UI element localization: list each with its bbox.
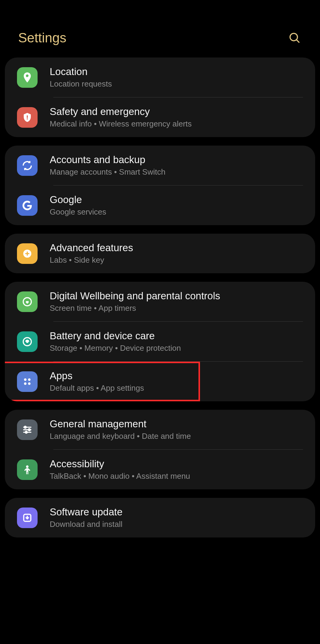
wellbeing-icon	[17, 291, 38, 312]
settings-group: LocationLocation requestsSafety and emer…	[5, 58, 315, 137]
settings-item-accessibility[interactable]: AccessibilityTalkBack • Mono audio • Ass…	[5, 450, 315, 489]
svg-point-17	[24, 426, 26, 428]
svg-rect-3	[27, 118, 28, 119]
update-icon	[17, 508, 38, 528]
plusgear-icon	[17, 243, 38, 264]
svg-point-19	[25, 431, 27, 433]
settings-item-accounts[interactable]: Accounts and backupManage accounts • Sma…	[5, 146, 315, 185]
settings-item-subtitle: Screen time • App timers	[50, 304, 303, 313]
settings-item-text: AppsDefault apps • App settings	[50, 370, 303, 393]
svg-point-18	[28, 429, 30, 431]
settings-group: General managementLanguage and keyboard …	[5, 410, 315, 489]
settings-item-general[interactable]: General managementLanguage and keyboard …	[5, 410, 315, 449]
settings-list: LocationLocation requestsSafety and emer…	[0, 58, 320, 537]
settings-item-text: LocationLocation requests	[50, 66, 303, 89]
settings-group: Digital Wellbeing and parental controlsS…	[5, 282, 315, 401]
svg-rect-2	[27, 115, 28, 118]
settings-group: Software updateDownload and install	[5, 498, 315, 537]
battery-icon	[17, 331, 38, 352]
settings-item-title: Accessibility	[50, 458, 303, 470]
settings-item-title: Battery and device care	[50, 330, 303, 342]
settings-item-apps[interactable]: AppsDefault apps • App settings	[5, 362, 315, 401]
settings-item-wellbeing[interactable]: Digital Wellbeing and parental controlsS…	[5, 282, 315, 321]
settings-item-text: General managementLanguage and keyboard …	[50, 418, 303, 441]
settings-item-subtitle: Medical info • Wireless emergency alerts	[50, 119, 303, 129]
settings-item-title: Google	[50, 194, 303, 205]
settings-item-software[interactable]: Software updateDownload and install	[5, 498, 315, 537]
svg-point-9	[27, 341, 28, 342]
settings-item-title: Advanced features	[50, 242, 303, 254]
settings-item-subtitle: Location requests	[50, 79, 303, 89]
svg-line-1	[297, 40, 299, 43]
svg-rect-6	[25, 253, 29, 254]
settings-item-subtitle: Storage • Memory • Device protection	[50, 343, 303, 353]
sliders-icon	[17, 419, 38, 440]
settings-item-subtitle: TalkBack • Mono audio • Assistant menu	[50, 472, 303, 481]
google-icon	[17, 195, 38, 216]
person-icon	[17, 459, 38, 480]
page-title: Settings	[18, 30, 66, 45]
settings-item-title: General management	[50, 418, 303, 430]
svg-point-12	[24, 382, 26, 385]
settings-item-title: Location	[50, 66, 303, 77]
settings-item-subtitle: Default apps • App settings	[50, 383, 303, 393]
apps-icon	[17, 371, 38, 392]
settings-item-location[interactable]: LocationLocation requests	[5, 58, 315, 97]
search-button[interactable]	[287, 31, 302, 45]
search-icon	[288, 31, 301, 44]
settings-item-title: Digital Wellbeing and parental controls	[50, 290, 303, 302]
settings-item-subtitle: Google services	[50, 207, 303, 217]
settings-item-text: AccessibilityTalkBack • Mono audio • Ass…	[50, 458, 303, 481]
svg-point-0	[290, 33, 298, 41]
settings-item-google[interactable]: GoogleGoogle services	[5, 186, 315, 225]
settings-item-text: Battery and device careStorage • Memory …	[50, 330, 303, 353]
settings-item-text: GoogleGoogle services	[50, 194, 303, 217]
settings-group: Advanced featuresLabs • Side key	[5, 234, 315, 273]
settings-item-battery[interactable]: Battery and device careStorage • Memory …	[5, 322, 315, 361]
svg-point-20	[26, 465, 28, 468]
settings-item-safety[interactable]: Safety and emergencyMedical info • Wirel…	[5, 97, 315, 137]
settings-item-subtitle: Manage accounts • Smart Switch	[50, 167, 303, 177]
svg-point-11	[28, 378, 31, 381]
settings-item-title: Accounts and backup	[50, 154, 303, 166]
settings-item-text: Advanced featuresLabs • Side key	[50, 242, 303, 265]
header: Settings	[0, 0, 320, 58]
settings-item-subtitle: Language and keyboard • Date and time	[50, 432, 303, 441]
settings-item-title: Safety and emergency	[50, 106, 303, 117]
settings-item-title: Apps	[50, 370, 303, 382]
settings-item-title: Software update	[50, 506, 303, 518]
svg-point-13	[28, 382, 31, 385]
settings-item-subtitle: Download and install	[50, 520, 303, 529]
settings-group: Accounts and backupManage accounts • Sma…	[5, 146, 315, 225]
settings-item-advanced[interactable]: Advanced featuresLabs • Side key	[5, 234, 315, 273]
settings-item-subtitle: Labs • Side key	[50, 255, 303, 265]
sync-icon	[17, 155, 38, 176]
settings-item-text: Safety and emergencyMedical info • Wirel…	[50, 106, 303, 129]
svg-point-10	[24, 378, 26, 381]
location-icon	[17, 67, 38, 88]
settings-item-text: Software updateDownload and install	[50, 506, 303, 529]
settings-item-text: Accounts and backupManage accounts • Sma…	[50, 154, 303, 177]
settings-item-text: Digital Wellbeing and parental controlsS…	[50, 290, 303, 313]
safety-icon	[17, 107, 38, 128]
